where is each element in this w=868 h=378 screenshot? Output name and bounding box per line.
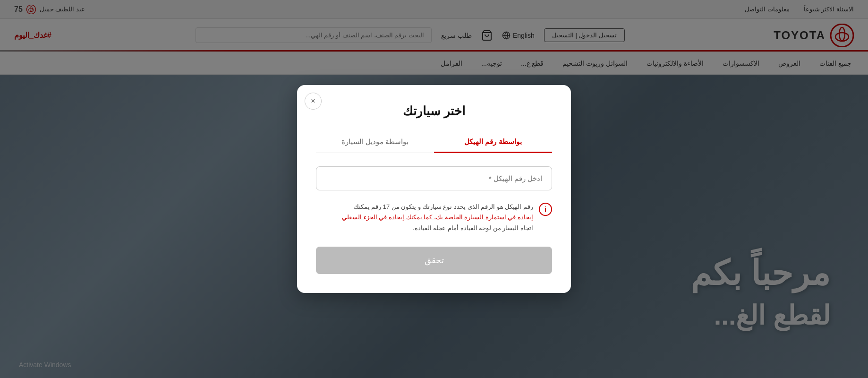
modal-overlay: × اختر سيارتك بواسطة رقم الهيكل بواسطة م…: [0, 0, 868, 378]
info-icon: i: [539, 203, 552, 216]
vin-input[interactable]: [316, 166, 552, 190]
tab-by-model[interactable]: بواسطة موديل السيارة: [316, 132, 434, 153]
vin-info-link[interactable]: إيجاده في استمارة السيارة الخاصة بك، كما…: [342, 214, 533, 221]
car-selector-modal: × اختر سيارتك بواسطة رقم الهيكل بواسطة م…: [297, 85, 571, 292]
verify-button[interactable]: تحقق: [316, 247, 552, 274]
vin-input-container: [316, 166, 552, 190]
modal-tabs: بواسطة رقم الهيكل بواسطة موديل السيارة: [316, 132, 552, 153]
info-box: i رقم الهيكل هو الرقم الذي يحدد نوع سيار…: [316, 202, 552, 233]
tab-by-vin[interactable]: بواسطة رقم الهيكل: [434, 132, 552, 153]
vin-info-text: رقم الهيكل هو الرقم الذي يحدد نوع سيارتك…: [342, 202, 533, 233]
close-icon: ×: [311, 97, 315, 105]
modal-title: اختر سيارتك: [316, 104, 552, 119]
